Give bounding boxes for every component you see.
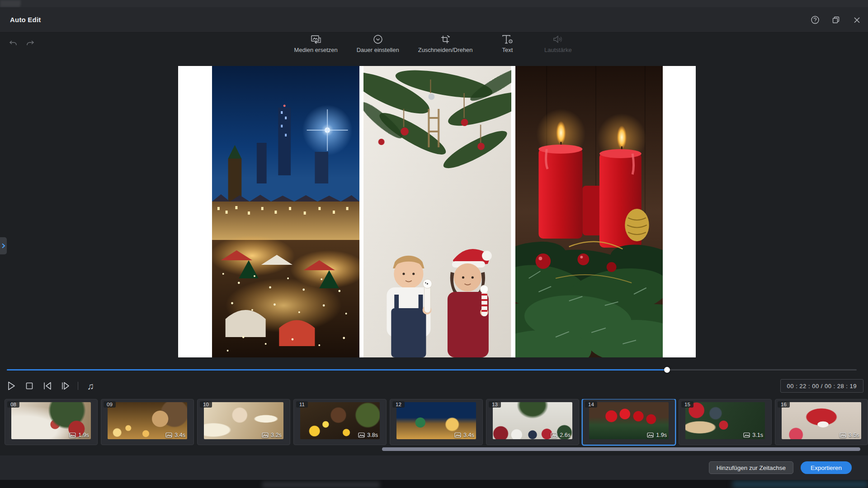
- clip-duration-badge: 1.9s: [69, 432, 89, 438]
- crop-icon: [440, 33, 451, 44]
- clip-duration: 3.1s: [752, 432, 763, 438]
- clip-number: 14: [585, 401, 597, 408]
- image-icon: [743, 432, 750, 438]
- next-frame-button[interactable]: [60, 380, 71, 392]
- preview-image-red-advent-candles: [515, 66, 663, 357]
- text-button[interactable]: Text: [491, 33, 523, 53]
- seek-playhead[interactable]: [664, 367, 670, 373]
- clip-duration-badge: 3.1s: [743, 432, 763, 438]
- previous-frame-button[interactable]: [42, 380, 53, 392]
- auto-edit-window: Auto Edit: [0, 0, 868, 488]
- seek-progress: [7, 369, 667, 371]
- clip-number: 15: [681, 401, 693, 408]
- crop-rotate-button[interactable]: Zuschneiden/Drehen: [418, 33, 473, 53]
- volume-button: Lautstärke: [542, 33, 574, 53]
- preview-image-children-santa-hats: [363, 66, 511, 357]
- stop-button[interactable]: [24, 380, 35, 392]
- clip-duration-badge: 1.9s: [647, 432, 667, 438]
- clip-card[interactable]: 15 3.1s: [679, 399, 772, 445]
- action-bar: Hinzufügen zur Zeitachse Exportieren: [0, 455, 868, 480]
- text-icon: [501, 33, 513, 44]
- set-duration-label: Dauer einstellen: [357, 47, 399, 53]
- clip-number: 10: [200, 401, 212, 408]
- text-label: Text: [502, 47, 513, 53]
- image-icon: [551, 432, 557, 438]
- clip-duration-badge: 3.8s: [358, 432, 378, 438]
- image-icon: [840, 432, 846, 438]
- crop-rotate-label: Zuschneiden/Drehen: [418, 47, 473, 53]
- clip-strip-scrollbar-thumb[interactable]: [382, 447, 860, 451]
- music-button[interactable]: ♫: [85, 380, 96, 392]
- toolbar: Medien ersetzen Dauer einstellen: [0, 33, 868, 61]
- volume-icon: [552, 33, 563, 44]
- seek-bar[interactable]: [7, 367, 857, 372]
- transport-separator: [78, 382, 78, 390]
- close-icon[interactable]: [852, 15, 862, 25]
- replace-media-label: Medien ersetzen: [294, 47, 338, 53]
- play-button[interactable]: [5, 380, 17, 392]
- image-icon: [454, 432, 461, 438]
- clip-number: 09: [104, 401, 116, 408]
- clip-duration: 3.5s: [849, 432, 859, 438]
- clip-duration: 3.4s: [463, 432, 474, 438]
- preview-canvas: [178, 66, 696, 357]
- clip-strip-scrollbar: [0, 447, 868, 451]
- image-icon: [647, 432, 654, 438]
- os-top-strip: [0, 0, 868, 7]
- image-icon: [69, 432, 76, 438]
- clip-duration-badge: 3.4s: [165, 432, 185, 438]
- clip-duration-badge: 3.2s: [262, 432, 282, 438]
- restore-window-icon[interactable]: [831, 15, 841, 25]
- clip-card[interactable]: 13 2.6s: [486, 399, 579, 445]
- clip-duration: 3.8s: [367, 432, 378, 438]
- titlebar: Auto Edit: [0, 7, 868, 33]
- clip-duration-badge: 2.6s: [551, 432, 571, 438]
- clip-number: 13: [489, 401, 501, 408]
- clip-card[interactable]: 08 1.9s: [5, 399, 98, 445]
- clip-number: 16: [778, 401, 790, 408]
- clip-number: 12: [392, 401, 405, 408]
- add-to-timeline-button[interactable]: Hinzufügen zur Zeitachse: [709, 461, 793, 474]
- timecode-display: 00 : 22 : 00 / 00 : 28 : 19: [780, 379, 863, 393]
- image-icon: [262, 432, 269, 438]
- clip-card[interactable]: 09 3.4s: [101, 399, 194, 445]
- transport-bar: ♫ 00 : 22 : 00 / 00 : 28 : 19: [0, 376, 868, 396]
- os-bottom-strip: [0, 480, 868, 488]
- export-button[interactable]: Exportieren: [801, 461, 852, 474]
- clip-card[interactable]: 12 3.4s: [390, 399, 483, 445]
- clock-icon: [373, 33, 383, 44]
- window-title: Auto Edit: [10, 16, 41, 23]
- clip-number: 11: [296, 401, 308, 408]
- clip-duration: 3.2s: [271, 432, 282, 438]
- preview-image-christmas-market-night: [212, 66, 359, 357]
- clip-duration-badge: 3.4s: [454, 432, 474, 438]
- help-icon[interactable]: [810, 15, 820, 25]
- clip-card[interactable]: 10 3.2s: [197, 399, 290, 445]
- replace-media-icon: [311, 33, 321, 44]
- clip-card[interactable]: 16 3.5s: [775, 399, 868, 445]
- expand-panel-button[interactable]: [0, 237, 7, 254]
- set-duration-button[interactable]: Dauer einstellen: [357, 33, 399, 53]
- clip-card[interactable]: 11 3.8s: [293, 399, 387, 445]
- replace-media-button[interactable]: Medien ersetzen: [294, 33, 338, 53]
- image-icon: [165, 432, 172, 438]
- clip-duration: 3.4s: [175, 432, 185, 438]
- clip-duration: 1.9s: [78, 432, 89, 438]
- volume-label: Lautstärke: [544, 47, 572, 53]
- clip-number: 08: [7, 401, 19, 408]
- clip-duration-badge: 3.5s: [840, 432, 859, 438]
- image-icon: [358, 432, 365, 438]
- clip-card[interactable]: 14 1.9s: [582, 399, 675, 445]
- clip-duration: 2.6s: [560, 432, 571, 438]
- clip-strip: 08 1.9s 09 3.4s 10: [5, 399, 868, 446]
- clip-duration: 1.9s: [656, 432, 667, 438]
